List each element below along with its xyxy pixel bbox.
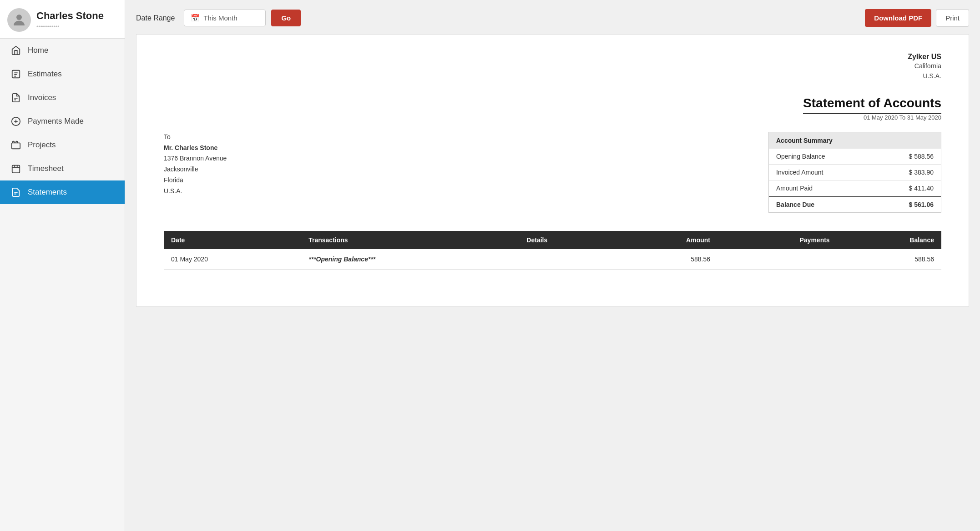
summary-row: Invoiced Amount$ 383.90 (769, 165, 941, 180)
calendar-icon: 📅 (191, 14, 200, 22)
company-address-line1: California (164, 61, 941, 71)
right-buttons: Download PDF Print (865, 9, 969, 27)
sidebar-item-statements[interactable]: Statements (0, 180, 125, 204)
document: Zylker US California U.S.A. Statement of… (136, 34, 969, 307)
table-header-cell: Balance (837, 231, 941, 249)
main-content: Date Range 📅 This Month Go Download PDF … (125, 0, 980, 531)
sidebar-item-label-projects: Projects (28, 140, 56, 150)
nav-list: HomeEstimatesInvoicesPayments MadeProjec… (0, 39, 125, 204)
content-section: To Mr. Charles Stone 1376 Brannon Avenue… (164, 132, 941, 213)
summary-row-label: Opening Balance (776, 153, 825, 160)
projects-icon (10, 140, 21, 150)
table-head: DateTransactionsDetailsAmountPaymentsBal… (164, 231, 941, 249)
company-name: Zylker US (164, 53, 941, 61)
svg-rect-11 (12, 165, 20, 173)
summary-row: Amount Paid$ 411.40 (769, 180, 941, 196)
table-cell (519, 249, 614, 270)
company-address-line2: U.S.A. (164, 71, 941, 81)
invoices-icon (10, 92, 21, 103)
table-header-cell: Amount (614, 231, 717, 249)
sidebar-item-label-timesheet: Timesheet (28, 164, 64, 173)
date-range-label: Date Range (136, 14, 175, 22)
sidebar-item-home[interactable]: Home (0, 39, 125, 62)
svg-rect-10 (12, 143, 20, 149)
table-cell: 588.56 (614, 249, 717, 270)
table-header-cell: Transactions (301, 231, 519, 249)
to-address-line4: U.S.A. (164, 186, 227, 197)
sidebar-item-projects[interactable]: Projects (0, 133, 125, 157)
to-name: Mr. Charles Stone (164, 143, 227, 154)
table-header-cell: Details (519, 231, 614, 249)
sidebar-item-invoices[interactable]: Invoices (0, 86, 125, 110)
summary-row-amount: $ 588.56 (909, 153, 934, 160)
transactions-table: DateTransactionsDetailsAmountPaymentsBal… (164, 231, 941, 270)
payments-icon (10, 116, 21, 127)
user-name: Charles Stone (36, 10, 104, 22)
download-pdf-button[interactable]: Download PDF (865, 9, 931, 27)
user-subtitle: •••••••••••• (36, 24, 104, 30)
company-header: Zylker US California U.S.A. (164, 53, 941, 81)
sidebar-item-timesheet[interactable]: Timesheet (0, 157, 125, 180)
date-input-value: This Month (203, 14, 237, 22)
toolbar: Date Range 📅 This Month Go Download PDF … (136, 9, 969, 27)
svg-point-0 (16, 15, 22, 20)
summary-row-amount: $ 411.40 (909, 185, 934, 192)
sidebar-item-label-payments: Payments Made (28, 117, 84, 126)
account-summary: Account Summary Opening Balance$ 588.56I… (768, 132, 941, 213)
table-cell: 588.56 (837, 249, 941, 270)
sidebar: Charles Stone •••••••••••• HomeEstimates… (0, 0, 125, 531)
table-row: 01 May 2020***Opening Balance***588.5658… (164, 249, 941, 270)
home-icon (10, 45, 21, 56)
statement-date-range: 01 May 2020 To 31 May 2020 (164, 114, 941, 121)
sidebar-item-label-home: Home (28, 46, 48, 55)
statement-title: Statement of Accounts (803, 96, 941, 114)
estimates-icon (10, 69, 21, 80)
summary-row: Opening Balance$ 588.56 (769, 149, 941, 165)
sidebar-item-label-estimates: Estimates (28, 70, 62, 79)
table-header-cell: Date (164, 231, 301, 249)
avatar (7, 8, 31, 32)
company-address: California U.S.A. (164, 61, 941, 81)
table-cell: ***Opening Balance*** (301, 249, 519, 270)
user-profile: Charles Stone •••••••••••• (0, 0, 125, 39)
to-address-line1: 1376 Brannon Avenue (164, 153, 227, 164)
table-cell: 01 May 2020 (164, 249, 301, 270)
statements-icon (10, 187, 21, 198)
print-button[interactable]: Print (936, 9, 969, 27)
table-body: 01 May 2020***Opening Balance***588.5658… (164, 249, 941, 270)
sidebar-item-label-statements: Statements (28, 188, 67, 197)
to-label: To (164, 132, 227, 143)
account-summary-rows: Opening Balance$ 588.56Invoiced Amount$ … (769, 149, 941, 212)
go-button[interactable]: Go (271, 10, 301, 26)
sidebar-item-estimates[interactable]: Estimates (0, 62, 125, 86)
summary-row-label: Balance Due (776, 201, 814, 208)
to-address-line2: Jacksonville (164, 164, 227, 175)
sidebar-item-label-invoices: Invoices (28, 93, 56, 102)
summary-row-label: Invoiced Amount (776, 169, 823, 176)
table-cell (717, 249, 837, 270)
sidebar-item-payments[interactable]: Payments Made (0, 110, 125, 133)
to-address-line3: Florida (164, 175, 227, 186)
summary-row-amount: $ 561.06 (909, 201, 934, 208)
account-summary-header: Account Summary (769, 132, 941, 149)
summary-row: Balance Due$ 561.06 (769, 196, 941, 212)
summary-row-label: Amount Paid (776, 185, 813, 192)
summary-row-amount: $ 383.90 (909, 169, 934, 176)
to-section: To Mr. Charles Stone 1376 Brannon Avenue… (164, 132, 227, 197)
table-header-cell: Payments (717, 231, 837, 249)
date-input[interactable]: 📅 This Month (184, 10, 266, 26)
timesheet-icon (10, 163, 21, 174)
